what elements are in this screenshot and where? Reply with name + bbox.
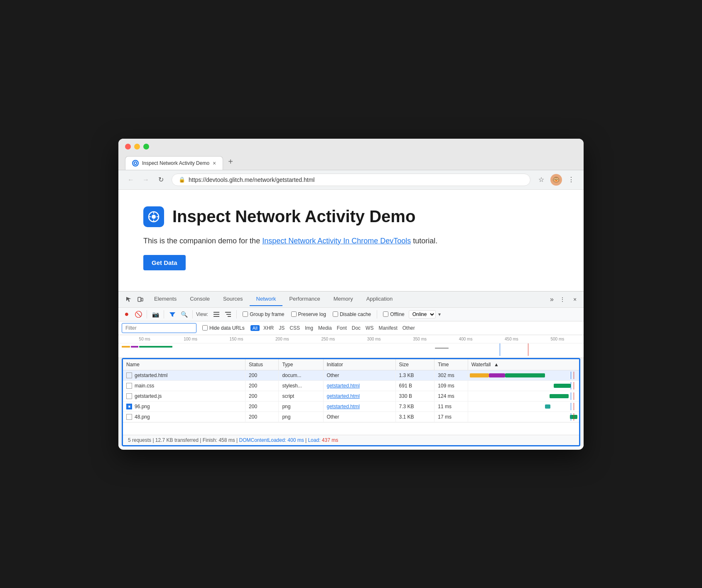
url-bar[interactable]: 🔒 https://devtools.glitch.me/network/get… (172, 174, 530, 186)
filter-btn[interactable] (167, 309, 177, 319)
tab-elements[interactable]: Elements (147, 292, 183, 306)
svg-rect-9 (141, 298, 143, 301)
col-waterfall[interactable]: Waterfall ▲ (468, 359, 579, 370)
browser-tab-active[interactable]: Inspect Network Activity Demo × (125, 156, 223, 170)
col-status[interactable]: Status (245, 359, 279, 370)
tab-title: Inspect Network Activity Demo (142, 160, 209, 166)
bookmark-button[interactable]: ☆ (535, 174, 547, 186)
col-type[interactable]: Type (279, 359, 323, 370)
clear-btn[interactable]: 🚫 (133, 309, 143, 319)
filter-img[interactable]: Img (304, 325, 314, 331)
col-size[interactable]: Size (395, 359, 434, 370)
get-data-button[interactable]: Get Data (143, 255, 186, 270)
preserve-log-text: Preserve log (298, 311, 326, 317)
filter-ws[interactable]: WS (364, 325, 375, 331)
table-row[interactable]: getstarted.js 200 script getstarted.html… (123, 391, 579, 401)
row2-type: stylesh... (279, 380, 323, 391)
offline-checkbox[interactable] (383, 311, 388, 317)
row1-status: 200 (245, 370, 279, 380)
row3-name: getstarted.js (123, 391, 245, 401)
tick-150: 150 ms (214, 337, 259, 341)
table-row[interactable]: ▣ 96.png 200 png getstarted.html 7.3 KB … (123, 401, 579, 412)
subtitle-suffix: tutorial. (413, 237, 437, 245)
tab-application[interactable]: Application (360, 292, 400, 306)
row5-status: 200 (245, 412, 279, 422)
traffic-light-maximize[interactable] (143, 144, 149, 149)
col-name[interactable]: Name (123, 359, 245, 370)
filter-doc[interactable]: Doc (351, 325, 362, 331)
disable-cache-checkbox[interactable] (333, 311, 338, 317)
more-tabs-btn[interactable]: » (547, 296, 557, 303)
view-label: View: (196, 311, 208, 317)
toolbar-divider-3 (192, 310, 193, 318)
devtools-more-btn[interactable]: ⋮ (557, 294, 568, 305)
col-initiator[interactable]: Initiator (323, 359, 395, 370)
group-by-frame-text: Group by frame (250, 311, 284, 317)
page-content: Inspect Network Activity Demo This is th… (118, 190, 584, 291)
traffic-lights (125, 144, 577, 149)
group-by-frame-checkbox[interactable] (243, 311, 248, 317)
camera-btn[interactable]: 📷 (150, 309, 160, 319)
traffic-light-close[interactable] (125, 144, 131, 149)
devtools-tutorial-link[interactable]: Inspect Network Activity In Chrome DevTo… (262, 237, 411, 245)
filter-media[interactable]: Media (317, 325, 333, 331)
tick-50: 50 ms (122, 337, 167, 341)
back-button[interactable]: ← (125, 174, 137, 186)
row4-waterfall (468, 401, 579, 412)
user-avatar[interactable]: 🐵 (550, 174, 562, 186)
hide-data-urls-checkbox[interactable] (202, 325, 208, 331)
record-btn[interactable]: ● (122, 309, 132, 319)
filter-js[interactable]: JS (277, 325, 286, 331)
row5-name: 48.png (123, 412, 245, 422)
offline-label: Offline (383, 311, 404, 317)
network-throttle-select[interactable]: Online (409, 310, 436, 318)
table-header-row: Name Status Type Initiator Size Time Wat… (123, 359, 579, 370)
page-logo (143, 206, 164, 227)
traffic-light-minimize[interactable] (134, 144, 140, 149)
search-btn[interactable]: 🔍 (179, 309, 189, 319)
row3-size: 330 B (395, 391, 434, 401)
file-icon-4: ▣ (126, 404, 132, 409)
tab-memory[interactable]: Memory (327, 292, 360, 306)
row4-status: 200 (245, 401, 279, 412)
filter-bar: Hide data URLs All XHR JS CSS Img Media … (118, 321, 584, 335)
status-finish: Finish: 458 ms (203, 437, 235, 443)
list-view-btn[interactable] (211, 309, 221, 319)
row2-time: 109 ms (434, 380, 468, 391)
filter-all-badge[interactable]: All (250, 325, 260, 331)
row1-waterfall (468, 370, 579, 380)
filter-other[interactable]: Other (401, 325, 416, 331)
tab-sources[interactable]: Sources (216, 292, 250, 306)
table-row[interactable]: 48.png 200 png Other 3.1 KB 17 ms (123, 412, 579, 422)
col-time[interactable]: Time (434, 359, 468, 370)
filter-font[interactable]: Font (336, 325, 348, 331)
filter-manifest[interactable]: Manifest (377, 325, 398, 331)
preserve-log-checkbox[interactable] (291, 311, 297, 317)
row2-initiator: getstarted.html (323, 380, 395, 391)
row3-type: script (279, 391, 323, 401)
tab-console[interactable]: Console (183, 292, 216, 306)
filter-xhr[interactable]: XHR (262, 325, 275, 331)
devtools-close-btn[interactable]: × (569, 294, 580, 305)
table-row[interactable]: main.css 200 stylesh... getstarted.html … (123, 380, 579, 391)
table-row[interactable]: getstarted.html 200 docum... Other 1.3 K… (123, 370, 579, 380)
refresh-button[interactable]: ↻ (155, 174, 167, 186)
filter-input[interactable] (122, 323, 196, 333)
svg-point-3 (152, 215, 156, 219)
filter-css[interactable]: CSS (288, 325, 301, 331)
network-requests-highlight: Name Status Type Initiator Size Time Wat… (122, 358, 580, 446)
forward-button[interactable]: → (140, 174, 152, 186)
tree-view-btn[interactable] (223, 309, 233, 319)
timeline-visualization (118, 343, 584, 356)
element-picker-icon[interactable] (123, 294, 134, 305)
new-tab-btn[interactable]: + (223, 154, 238, 170)
timeline-ticks: 50 ms 100 ms 150 ms 200 ms 250 ms 300 ms… (118, 335, 584, 343)
more-button[interactable]: ⋮ (565, 174, 577, 186)
svg-marker-10 (169, 312, 175, 317)
browser-window: Inspect Network Activity Demo × + ← → ↻ … (118, 139, 584, 450)
tab-network[interactable]: Network (250, 292, 283, 306)
svg-rect-15 (226, 314, 231, 315)
tab-close-btn[interactable]: × (213, 160, 216, 167)
device-toolbar-icon[interactable] (135, 294, 146, 305)
tab-performance[interactable]: Performance (282, 292, 326, 306)
